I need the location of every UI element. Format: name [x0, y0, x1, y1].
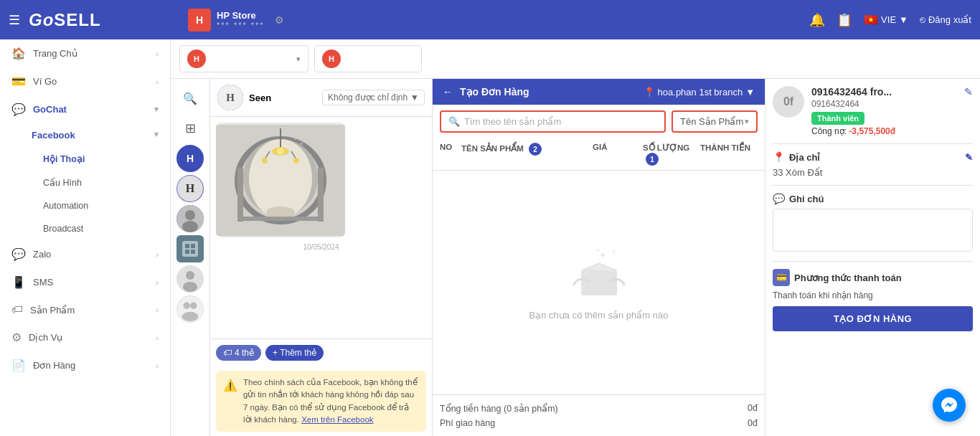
contact-avatar-5[interactable] — [176, 265, 204, 293]
order-panel: ← Tạo Đơn Hàng 📍 hoa.phan 1st branch ▼ 🔍… — [433, 79, 765, 436]
payment-method: Thanh toán khi nhận hàng — [773, 290, 973, 300]
contact-avatar-2[interactable]: H — [176, 175, 204, 202]
main-content: H ▾ H 🔍 ⊞ H — [171, 39, 980, 436]
store-info: HP Store *** *** *** — [217, 10, 265, 29]
assign-dropdown[interactable]: Không được chỉ định ▼ — [322, 90, 425, 105]
store-stars: *** *** *** — [217, 21, 265, 29]
contact-avatar-1[interactable]: H — [176, 145, 204, 172]
assign-arrow-icon: ▼ — [410, 93, 419, 103]
address-value: 33 Xóm Đất — [773, 167, 973, 178]
sidebar-item-automation[interactable]: Automation — [0, 194, 170, 217]
messenger-fab-button[interactable] — [933, 389, 966, 422]
svg-rect-8 — [191, 244, 195, 248]
product-search-input[interactable]: 🔍 Tìm theo tên sản phẩm — [440, 110, 666, 133]
note-textarea[interactable] — [773, 209, 973, 252]
svg-point-38 — [266, 207, 295, 218]
svg-text:H: H — [226, 92, 235, 103]
chevron-down-icon: ▾ — [154, 105, 159, 114]
contact-avatar-6[interactable] — [176, 295, 204, 323]
chat-user-info: Seen — [249, 93, 316, 103]
sidebar-item-hoi-thoai[interactable]: Hội Thoại — [0, 147, 170, 171]
sidebar-item-cau-hinh[interactable]: Cấu Hình — [0, 171, 170, 194]
store-selector[interactable]: H HP Store *** *** *** ⚙ — [179, 4, 293, 36]
top-bar: H ▾ H — [171, 39, 980, 79]
svg-text:H: H — [186, 182, 195, 194]
svg-point-13 — [183, 282, 197, 292]
svg-rect-10 — [191, 250, 195, 254]
customer-avatar: 0f — [773, 86, 804, 118]
channel-selector[interactable]: H ▾ — [179, 45, 308, 72]
payment-section: 💳 Phương thức thanh toán Thanh toán khi … — [773, 262, 973, 338]
arrow-icon: › — [156, 278, 159, 287]
search-placeholder: Tìm theo tên sản phẩm — [464, 116, 561, 127]
customer-header: 0f 0916432464 fro... 0916432464 Thành vi… — [773, 86, 973, 144]
sidebar-item-gochat[interactable]: 💬 GoChat ▾ — [0, 95, 170, 123]
sidebar-item-facebook[interactable]: Facebook ▾ — [0, 123, 170, 147]
contact-avatar-3[interactable] — [176, 205, 204, 232]
sidebar-item-trang-chu[interactable]: 🏠 Trang Chủ › — [0, 39, 170, 67]
sidebar-item-san-pham[interactable]: 🏷 Sản Phẩm › — [0, 296, 170, 323]
language-label: VIE — [881, 14, 896, 25]
sidebar-item-broadcast[interactable]: Broadcast — [0, 217, 170, 240]
edit-customer-button[interactable]: ✎ — [964, 86, 973, 98]
logout-button[interactable]: ⎋ Đăng xuất — [920, 14, 971, 25]
svg-rect-9 — [185, 250, 189, 254]
footer-shipping-label: Phí giao hàng — [440, 418, 495, 428]
sort-arrow-icon: ▾ — [745, 117, 749, 126]
sidebar-label-sms: SMS — [33, 277, 53, 288]
search-contacts-button[interactable]: 🔍 — [176, 85, 204, 112]
arrow-icon: › — [156, 77, 159, 86]
customer-phone-sub: 0916432464 — [811, 99, 957, 109]
order-footer: Tổng tiền hàng (0 sản phẩm) 0đ Phí giao … — [433, 394, 765, 436]
sidebar-label-cau-hinh: Cấu Hình — [43, 178, 82, 188]
svg-point-16 — [190, 303, 197, 309]
language-selector[interactable]: 🇻🇳 VIE ▼ — [864, 13, 908, 27]
svg-rect-37 — [318, 168, 324, 222]
back-button[interactable]: ← — [443, 86, 453, 98]
warning-link[interactable]: Xem trên Facebook — [301, 415, 373, 424]
dropdown-arrow-icon: ▾ — [296, 54, 301, 64]
sidebar-label-broadcast: Broadcast — [43, 224, 83, 234]
sidebar-label-trang-chu: Trang Chủ — [33, 48, 77, 59]
chat-user-seen: Seen — [249, 93, 316, 103]
svg-rect-7 — [185, 244, 189, 248]
empty-text: Bạn chưa có thêm sản phẩm nào — [529, 310, 669, 321]
footer-total-label: Tổng tiền hàng (0 sản phẩm) — [440, 403, 558, 414]
notification-bell-icon[interactable]: 🔔 — [809, 12, 825, 28]
settings-gear-icon[interactable]: ⚙ — [275, 14, 284, 26]
order-empty-state: ✦ ✦ ✦ Bạn chưa có thêm sản phẩm nào — [433, 171, 765, 394]
sub-channel-selector[interactable]: H — [314, 45, 422, 72]
top-header: ☰ GoSELL H HP Store *** *** *** ⚙ 🔔 📋 🇻🇳… — [0, 0, 980, 39]
clipboard-icon[interactable]: 📋 — [837, 12, 852, 28]
col-price: GIÁ — [593, 143, 643, 166]
svg-text:✦: ✦ — [293, 136, 298, 141]
contact-avatar-4[interactable] — [176, 235, 204, 262]
warning-text: Theo chính sách của Facebook, bạn không … — [243, 376, 419, 426]
logo-go: Go — [29, 10, 54, 29]
sidebar-item-vi-go[interactable]: 💳 Ví Go › — [0, 67, 170, 95]
filter-button[interactable]: ⊞ — [176, 115, 204, 142]
sidebar-item-dich-vu[interactable]: ⚙ Dịch Vụ › — [0, 323, 170, 351]
hamburger-icon[interactable]: ☰ — [9, 12, 20, 28]
col-no: NO — [440, 143, 461, 166]
svg-point-17 — [182, 312, 199, 321]
create-order-button[interactable]: TẠO ĐƠN HÀNG — [773, 306, 973, 331]
sort-placeholder: Tên Sản Phẩm — [680, 116, 743, 127]
sidebar: 🏠 Trang Chủ › 💳 Ví Go › 💬 GoChat ▾ Faceb… — [0, 39, 171, 436]
col-quantity: SỐ LƯỢNG 1 — [643, 143, 700, 166]
edit-address-button[interactable]: ✎ — [965, 152, 973, 163]
sort-select[interactable]: Tên Sản Phẩm ▾ — [672, 110, 758, 133]
app-body: 🏠 Trang Chủ › 💳 Ví Go › 💬 GoChat ▾ Faceb… — [0, 39, 980, 436]
sidebar-item-zalo[interactable]: 💬 Zalo › — [0, 240, 170, 268]
chevron-down-icon: ▼ — [899, 14, 908, 25]
add-tag-button[interactable]: + Thêm thẻ — [265, 345, 324, 361]
sidebar-item-don-hang[interactable]: 📄 Đơn Hàng › — [0, 351, 170, 379]
tags-button[interactable]: 🏷 4 thẻ — [216, 345, 261, 361]
sidebar-item-sms[interactable]: 📱 SMS › — [0, 268, 170, 296]
warning-box: ⚠️ Theo chính sách của Facebook, bạn khô… — [216, 371, 426, 432]
quantity-badge: 1 — [646, 153, 659, 166]
branch-selector[interactable]: 📍 hoa.phan 1st branch ▼ — [644, 87, 755, 98]
service-icon: ⚙ — [11, 331, 22, 344]
channel-icon: H — [187, 49, 206, 68]
store-name: HP Store — [217, 10, 265, 21]
